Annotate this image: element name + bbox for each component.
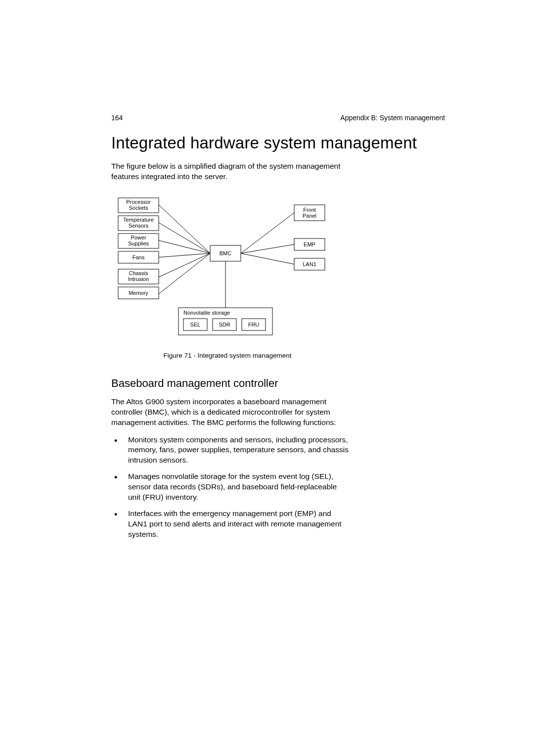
box-fans: Fans xyxy=(133,254,145,260)
box-sdr: SDR xyxy=(219,322,230,328)
svg-line-1 xyxy=(159,223,210,253)
page-number: 164 xyxy=(111,114,123,122)
svg-line-2 xyxy=(159,240,210,253)
page-title: Integrated hardware system management xyxy=(111,134,445,152)
box-chassis-intrusion: ChassisIntrusion xyxy=(128,270,149,282)
body-paragraph: The Altos G900 system incorporates a bas… xyxy=(111,397,349,428)
subheading: Baseboard management controller xyxy=(111,377,445,390)
svg-line-7 xyxy=(241,244,294,253)
list-item: Interfaces with the emergency management… xyxy=(111,509,349,540)
document-page: 164 Appendix B: System management Integr… xyxy=(0,0,534,756)
box-lan1: LAN1 xyxy=(303,261,316,267)
bullet-list: Monitors system components and sensors, … xyxy=(111,435,349,540)
list-item: Monitors system components and sensors, … xyxy=(111,435,349,466)
intro-paragraph: The figure below is a simplified diagram… xyxy=(111,161,344,182)
box-fru: FRU xyxy=(248,322,260,328)
figure-diagram: ProcessorSockets TemperatureSensors Powe… xyxy=(111,194,344,340)
box-power-supplies: PowerSupplies xyxy=(128,235,149,246)
svg-line-0 xyxy=(159,205,210,253)
box-sel: SEL xyxy=(190,322,201,328)
box-front-panel: FrontPanel xyxy=(303,207,316,219)
figure-caption: Figure 71 - Integrated system management xyxy=(111,352,344,359)
svg-line-6 xyxy=(241,213,294,253)
list-item: Manages nonvolatile storage for the syst… xyxy=(111,472,349,503)
section-label: Appendix B: System management xyxy=(340,114,445,122)
label-nonvolatile-storage: Nonvolatile storage xyxy=(183,310,230,316)
box-processor-sockets: ProcessorSockets xyxy=(126,199,151,211)
box-bmc: BMC xyxy=(220,250,232,256)
svg-line-8 xyxy=(241,253,294,264)
page-content: Integrated hardware system management Th… xyxy=(111,134,445,540)
diagram-left-stack: ProcessorSockets TemperatureSensors Powe… xyxy=(118,198,159,299)
running-header: 164 Appendix B: System management xyxy=(111,114,445,122)
box-emp: EMP xyxy=(304,241,315,247)
box-memory: Memory xyxy=(129,290,148,296)
